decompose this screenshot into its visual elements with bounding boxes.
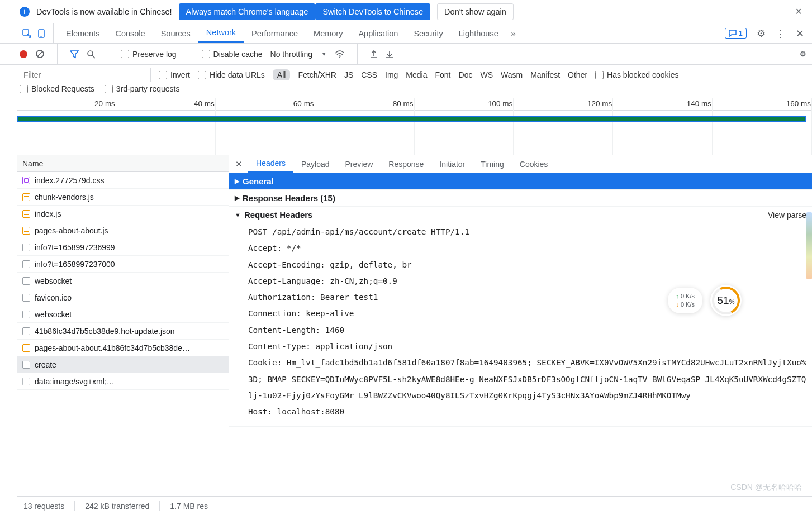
close-devtools-icon[interactable]: ✕ — [796, 27, 804, 40]
filter-input[interactable] — [20, 68, 151, 82]
request-list: index.2772579d.csschunk-vendors.jsindex.… — [17, 172, 229, 457]
filter-row-2: Blocked Requests 3rd-party requests — [0, 82, 812, 98]
request-row[interactable]: chunk-vendors.js — [17, 189, 229, 206]
clear-button[interactable] — [35, 49, 45, 59]
file-js-icon — [22, 193, 30, 201]
close-details-icon[interactable]: ✕ — [231, 159, 246, 169]
view-parsed-link[interactable]: View parse — [768, 211, 806, 220]
request-row[interactable]: create — [17, 356, 229, 373]
throttling-select[interactable]: No throttling ▼ — [270, 50, 327, 59]
third-party-checkbox[interactable]: 3rd-party requests — [105, 84, 180, 93]
tab-lighthouse[interactable]: Lighthouse — [451, 23, 506, 43]
status-resources: 1.7 MB res — [170, 502, 208, 511]
timeline-tick: 40 ms — [116, 98, 216, 110]
request-row[interactable]: websocket — [17, 306, 229, 323]
filter-type-fetchxhr[interactable]: Fetch/XHR — [298, 70, 336, 79]
file-doc-icon — [22, 361, 30, 369]
filter-type-ws[interactable]: WS — [480, 70, 493, 79]
disable-cache-checkbox[interactable]: Disable cache — [202, 50, 263, 59]
section-response-headers[interactable]: ▶Response Headers (15) — [229, 190, 812, 207]
section-request-headers[interactable]: ▼Request Headers View parse POST /api/ad… — [229, 207, 812, 427]
search-icon[interactable] — [87, 50, 96, 59]
timeline-tick: 160 ms — [713, 98, 812, 110]
request-row[interactable]: 41b86fc34d7b5cb38de9.hot-update.json — [17, 323, 229, 340]
more-tabs-icon[interactable]: » — [506, 28, 521, 38]
name-column-header[interactable]: Name — [17, 155, 229, 172]
svg-line-4 — [37, 51, 42, 56]
filter-type-js[interactable]: JS — [344, 70, 353, 79]
request-row[interactable]: index.2772579d.css — [17, 172, 229, 189]
dont-show-again-button[interactable]: Don't show again — [437, 3, 514, 20]
filter-type-wasm[interactable]: Wasm — [501, 70, 523, 79]
filter-icon[interactable] — [70, 50, 79, 59]
devtools-message-bar: i DevTools is now available in Chinese! … — [0, 0, 812, 23]
info-icon: i — [20, 7, 30, 17]
network-conditions-icon[interactable] — [335, 50, 345, 58]
close-icon[interactable]: × — [792, 5, 805, 18]
network-toolbar: Preserve log Disable cache No throttling… — [0, 44, 812, 65]
file-js-icon — [22, 344, 30, 352]
request-name: websocket — [35, 276, 72, 285]
detail-tab-preview[interactable]: Preview — [338, 155, 381, 173]
match-language-button[interactable]: Always match Chrome's language — [179, 3, 316, 20]
inspect-icon[interactable] — [20, 29, 34, 38]
tab-console[interactable]: Console — [107, 23, 153, 43]
hide-data-urls-checkbox[interactable]: Hide data URLs — [198, 70, 265, 79]
detail-tab-response[interactable]: Response — [381, 155, 431, 173]
request-row[interactable]: pages-about-about.41b86fc34d7b5cb38de… — [17, 340, 229, 356]
tab-application[interactable]: Application — [350, 23, 406, 43]
kebab-icon[interactable]: ⋮ — [776, 27, 786, 40]
tab-elements[interactable]: Elements — [58, 23, 107, 43]
has-blocked-cookies-checkbox[interactable]: Has blocked cookies — [595, 70, 678, 79]
filter-type-doc[interactable]: Doc — [459, 70, 473, 79]
tab-network[interactable]: Network — [198, 23, 244, 43]
switch-language-button[interactable]: Switch DevTools to Chinese — [315, 3, 430, 20]
detail-tab-headers[interactable]: Headers — [248, 155, 293, 173]
tab-performance[interactable]: Performance — [244, 23, 306, 43]
gear-icon[interactable]: ⚙ — [757, 27, 766, 40]
network-settings-icon[interactable]: ⚙ — [800, 50, 806, 58]
issues-badge[interactable]: 1 — [725, 28, 747, 39]
svg-point-7 — [339, 56, 340, 58]
section-general[interactable]: ▶General — [229, 173, 812, 190]
detail-tab-timing[interactable]: Timing — [473, 155, 512, 173]
speech-icon — [729, 30, 737, 37]
file-css-icon — [22, 177, 30, 184]
request-name: pages-about-about.41b86fc34d7b5cb38de… — [35, 344, 190, 352]
net-speed-box: 0 K/s 0 K/s — [668, 288, 702, 314]
file-doc-icon — [22, 294, 30, 302]
filter-type-font[interactable]: Font — [435, 70, 451, 79]
timeline-tick: 80 ms — [315, 98, 415, 110]
request-row[interactable]: favicon.ico — [17, 289, 229, 306]
device-icon[interactable] — [34, 29, 49, 38]
request-row[interactable]: data:image/svg+xml;… — [17, 373, 229, 390]
filter-type-other[interactable]: Other — [568, 70, 587, 79]
request-row[interactable]: info?t=1658997236999 — [17, 239, 229, 256]
filter-type-css[interactable]: CSS — [361, 70, 377, 79]
export-har-icon[interactable] — [386, 50, 393, 59]
detail-tab-cookies[interactable]: Cookies — [512, 155, 556, 173]
record-button[interactable] — [20, 50, 27, 58]
tab-sources[interactable]: Sources — [153, 23, 198, 43]
tab-security[interactable]: Security — [406, 23, 450, 43]
request-name: index.2772579d.css — [35, 176, 105, 185]
filter-type-media[interactable]: Media — [406, 70, 427, 79]
request-row[interactable]: info?t=1658997237000 — [17, 256, 229, 273]
request-row[interactable]: websocket — [17, 273, 229, 289]
blocked-requests-checkbox[interactable]: Blocked Requests — [20, 84, 94, 93]
invert-checkbox[interactable]: Invert — [159, 70, 190, 79]
request-name: index.js — [35, 209, 61, 218]
filter-type-img[interactable]: Img — [385, 70, 398, 79]
request-name: data:image/svg+xml;… — [35, 377, 115, 386]
detail-tab-payload[interactable]: Payload — [293, 155, 338, 173]
request-row[interactable]: pages-about-about.js — [17, 222, 229, 239]
request-row[interactable]: index.js — [17, 206, 229, 222]
timeline-overview[interactable]: 20 ms40 ms60 ms80 ms100 ms120 ms140 ms16… — [17, 98, 812, 155]
tab-memory[interactable]: Memory — [306, 23, 350, 43]
preserve-log-checkbox[interactable]: Preserve log — [121, 50, 177, 59]
detail-tab-initiator[interactable]: Initiator — [431, 155, 473, 173]
filter-type-manifest[interactable]: Manifest — [530, 70, 560, 79]
import-har-icon[interactable] — [370, 50, 378, 59]
filter-type-all[interactable]: All — [273, 69, 291, 80]
file-doc-icon — [22, 311, 30, 318]
